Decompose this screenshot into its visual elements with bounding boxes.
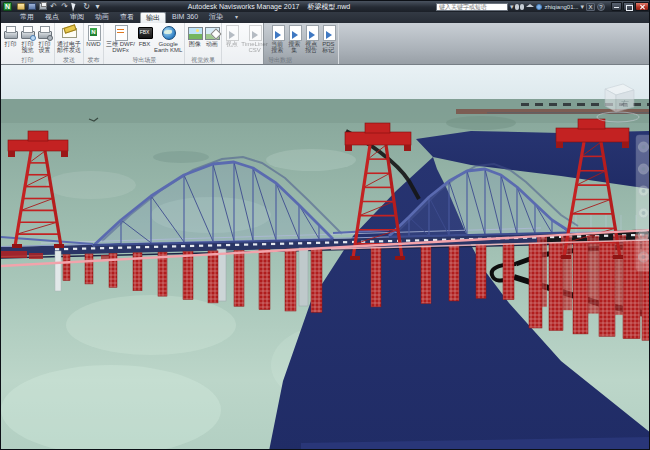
ribbon-options-icon[interactable]: ▾ [235,12,238,23]
redo-button[interactable]: ↷ [60,2,69,11]
ribbon-group-5: 视点TimeLinerCSV当前搜索搜索集视点报告PDS标记导出数据 [222,23,338,64]
close-button[interactable] [635,2,649,11]
tab-viewpoint[interactable]: 视点 [40,12,64,23]
select-button-icon [71,1,80,11]
username-text: zhiqiang01... [544,4,578,10]
ribbon-group-0: 打印打印预览打印设置打印 [1,23,55,64]
export-viewpoints-icon [224,25,239,40]
export-current-search-button[interactable]: 当前搜索 [269,24,286,53]
qat-menu-button-glyph: ▾ [95,3,99,11]
print-preview-button[interactable]: 打印预览 [19,24,36,53]
refresh-button-glyph: ↻ [83,3,90,11]
restore-button[interactable] [623,2,634,11]
tab-animation[interactable]: 动画 [90,12,114,23]
nwd-letter: N [90,28,97,36]
print-settings-button[interactable]: 打印设置 [36,24,53,53]
export-pds-tags-label: 标记 [322,47,334,53]
export-image-button[interactable]: 图像 [186,24,203,47]
export-image-icon [187,25,202,40]
send-email-button[interactable]: 通过电子邮件发送 [56,24,82,53]
exchange-apps-icon[interactable]: X [586,3,595,11]
print-button-icon [39,3,47,10]
zoom-icon[interactable] [639,186,649,196]
export-image-label: 图像 [189,41,201,47]
signin-user[interactable]: zhiqiang01... ▾ [536,3,584,11]
print-button[interactable]: 打印 [2,24,19,47]
ribbon-group-label: 打印 [1,56,54,64]
pan-icon[interactable] [639,164,649,174]
minimize-button[interactable] [611,2,622,11]
ribbon: 打印打印预览打印设置打印通过电子邮件发送发送NNWD发布三维 DWF/DWFxF… [1,23,650,65]
export-fbx-label: FBX [139,41,151,47]
print-label: 打印 [5,41,17,47]
export-google-earth-label: Earth KML [154,47,182,53]
infocenter: ▾ zhiqiang01... ▾ X ? [436,3,605,11]
tab-home[interactable]: 常用 [15,12,39,23]
tab-view[interactable]: 查看 [115,12,139,23]
ribbon-group-label: 视觉效果 [185,56,221,64]
user-icon [536,4,542,10]
print-preview-label: 预览 [22,47,34,53]
publish-nwd-button[interactable]: NNWD [85,24,102,47]
redo-button-glyph: ↷ [61,3,68,11]
quick-access-toolbar: ↶↷↻▾ [16,2,102,11]
publish-nwd-label: NWD [86,41,100,47]
export-pds-tags-button[interactable]: PDS标记 [320,24,337,53]
navigation-wheel-icon[interactable] [639,142,649,152]
ribbon-group-1: 通过电子邮件发送发送 [55,23,84,64]
viewport-3d[interactable]: 右 [1,65,650,450]
export-timeliner-csv-label: CSV [248,47,260,53]
export-fbx-button[interactable]: FBXFBX [136,24,153,47]
look-around-icon[interactable] [639,230,649,240]
viewcube-face-label: 右 [621,99,629,108]
window-controls [610,2,649,11]
ribbon-group-label: 导出数据 [222,56,337,64]
search-dropdown-icon[interactable]: ▾ [510,3,514,11]
print-button[interactable] [38,2,47,11]
open-button-icon [17,3,25,10]
export-viewpoints-report-button[interactable]: 视点报告 [303,24,320,53]
export-viewpoints-label: 视点 [226,41,238,47]
tab-bim360[interactable]: BIM 360 [167,12,203,23]
export-search-sets-button[interactable]: 搜索集 [286,24,303,53]
ribbon-tab-row: 常用视点审阅动画查看输出BIM 360渲染 ▾ [1,12,650,23]
application-menu-button[interactable]: N [3,2,12,11]
export-timeliner-csv-icon [247,25,262,40]
export-animation-icon [204,25,219,40]
print-preview-icon [20,25,35,40]
orbit-icon[interactable] [639,208,649,218]
send-email-icon [62,25,77,40]
navigation-bar[interactable] [636,135,650,271]
refresh-button[interactable]: ↻ [82,2,91,11]
search-input[interactable] [436,3,508,11]
export-current-search-icon [270,25,285,40]
tab-render[interactable]: 渲染 [204,12,228,23]
search-icon[interactable] [515,4,524,10]
ribbon-group-label: 导出场景 [104,56,184,64]
tab-review[interactable]: 审阅 [65,12,89,23]
favorites-icon[interactable] [526,4,534,7]
help-icon[interactable]: ? [597,3,605,11]
export-current-search-label: 搜索 [271,47,283,53]
qat-menu-button[interactable]: ▾ [93,2,102,11]
ribbon-group-label: 发送 [55,56,83,64]
export-3d-dwf-button[interactable]: 三维 DWF/DWFx [105,24,136,53]
ribbon-group-2: NNWD发布 [84,23,104,64]
tab-output[interactable]: 输出 [140,12,166,23]
export-viewpoints-button: 视点 [223,24,240,47]
fbx-letter: FBX [138,29,151,35]
scene-canvas[interactable]: 右 [1,65,650,450]
print-settings-icon [37,25,52,40]
open-button[interactable] [16,2,25,11]
save-button[interactable] [27,2,36,11]
ribbon-group-3: 三维 DWF/DWFxFBXFBXGoogleEarth KML导出场景 [104,23,185,64]
walk-icon[interactable] [639,252,649,262]
select-button[interactable] [71,2,80,11]
document-name: 桥梁模型.nwd [307,3,350,10]
export-animation-button[interactable]: 动画 [203,24,220,47]
user-dropdown-icon: ▾ [580,3,584,11]
export-google-earth-button[interactable]: GoogleEarth KML [153,24,183,53]
title-bar: N ↶↷↻▾ Autodesk Navisworks Manage 2017 桥… [1,1,650,12]
undo-button[interactable]: ↶ [49,2,58,11]
ribbon-tabs: 常用视点审阅动画查看输出BIM 360渲染 [15,12,228,23]
